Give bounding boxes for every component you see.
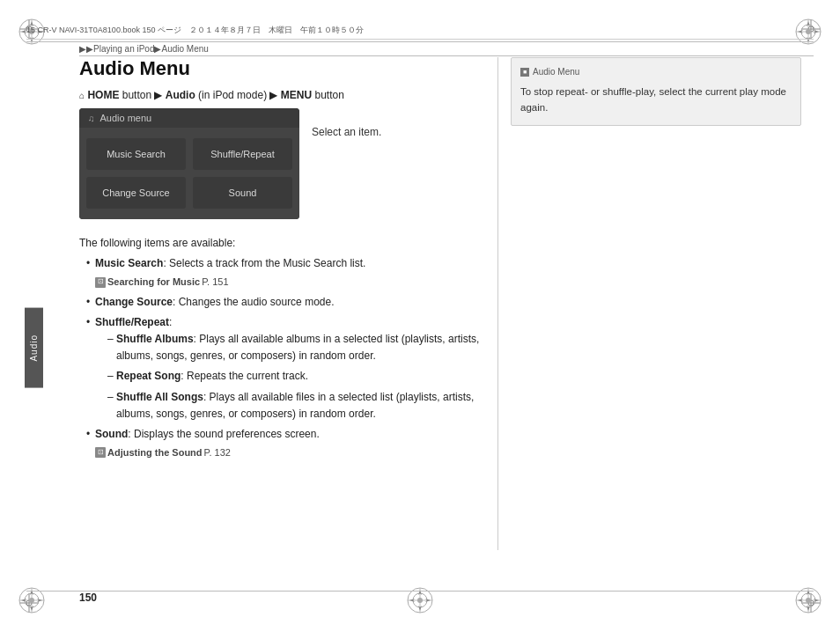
- sidebar-icon: ■: [520, 68, 529, 77]
- term-shuffle-albums: Shuffle Albums: [116, 333, 194, 345]
- term-music-search: Music Search: [95, 257, 163, 269]
- description-item-shuffle-repeat: Shuffle/Repeat: Shuffle Albums: Plays al…: [86, 314, 484, 423]
- bottom-rule: [26, 591, 814, 592]
- subitem-shuffle-all-songs: Shuffle All Songs: Plays all available f…: [107, 389, 484, 423]
- ref-searching-for-music: ⊡ Searching for Music P. 151: [95, 275, 229, 290]
- description-item-sound: Sound: Displays the sound preferences sc…: [86, 426, 484, 460]
- right-sidebar: ■ Audio Menu To stop repeat- or shuffle-…: [511, 57, 801, 126]
- right-sidebar-title: ■ Audio Menu: [520, 67, 792, 77]
- description: The following items are available: Music…: [79, 235, 484, 460]
- select-item-label: Select an item.: [312, 108, 381, 138]
- term-repeat-song: Repeat Song: [116, 370, 181, 382]
- menu-item-shuffle-repeat[interactable]: Shuffle/Repeat: [193, 138, 292, 170]
- ref-icon: ⊡: [95, 277, 106, 288]
- shuffle-repeat-subitems: Shuffle Albums: Plays all available albu…: [95, 331, 484, 423]
- menu-header-text: Audio menu: [100, 113, 152, 123]
- term-shuffle-all-songs: Shuffle All Songs: [116, 391, 203, 403]
- sidebar-label: Audio: [25, 308, 43, 388]
- ref-icon-2: ⊡: [95, 447, 106, 458]
- menu-grid: Music Search Shuffle/Repeat Change Sourc…: [79, 128, 299, 219]
- subitem-repeat-song: Repeat Song: Repeats the current track.: [107, 368, 484, 385]
- subtitle-line: ⌂ HOME button ▶ Audio (in iPod mode) ▶ M…: [79, 89, 484, 101]
- compass-bottom-center: [404, 584, 436, 616]
- description-intro: The following items are available:: [79, 235, 484, 252]
- description-item-change-source: Change Source: Changes the audio source …: [86, 294, 484, 311]
- vertical-separator: [497, 57, 498, 550]
- menu-item-music-search[interactable]: Music Search: [86, 138, 186, 170]
- menu-item-change-source[interactable]: Change Source: [86, 177, 186, 209]
- ref-adjusting-sound: ⊡ Adjusting the Sound P. 132: [95, 445, 231, 461]
- top-rule: [26, 41, 814, 42]
- menu-item-sound[interactable]: Sound: [193, 177, 292, 209]
- music-note-icon: ♫: [88, 114, 95, 123]
- main-content: Audio Menu ⌂ HOME button ▶ Audio (in iPo…: [79, 57, 484, 464]
- term-shuffle-repeat: Shuffle/Repeat: [95, 316, 169, 328]
- term-change-source: Change Source: [95, 296, 173, 308]
- breadcrumb: ▶▶Playing an iPod▶Audio Menu: [79, 44, 209, 54]
- compass-br: [792, 584, 824, 616]
- description-item-music-search: Music Search: Selects a track from the M…: [86, 255, 484, 290]
- compass-bl: [16, 584, 48, 616]
- page-title: Audio Menu: [79, 57, 484, 80]
- right-sidebar-text: To stop repeat- or shuffle-play, select …: [520, 84, 792, 116]
- print-line: 15 CR-V NAVI-31T0A8100.book 150 ページ ２０１４…: [26, 25, 814, 40]
- description-list: Music Search: Selects a track from the M…: [79, 255, 484, 460]
- menu-screenshot: ♫ Audio menu Music Search Shuffle/Repeat…: [79, 108, 299, 219]
- menu-header: ♫ Audio menu: [79, 108, 299, 128]
- term-sound: Sound: [95, 428, 128, 440]
- page-number: 150: [79, 592, 97, 604]
- breadcrumb-rule: [79, 55, 814, 56]
- subitem-shuffle-albums: Shuffle Albums: Plays all available albu…: [107, 331, 484, 364]
